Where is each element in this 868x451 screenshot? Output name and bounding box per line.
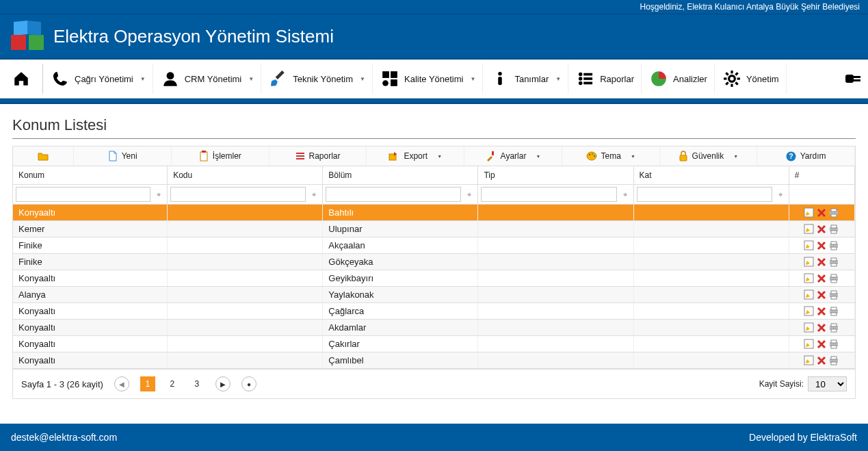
menu-tanimlar[interactable]: Tanımlar ▼: [484, 64, 568, 94]
caret-down-icon: ▼: [248, 76, 254, 82]
edit-icon[interactable]: [804, 224, 815, 234]
tool-tema[interactable]: Tema ▼: [562, 146, 660, 166]
svg-line-19: [735, 82, 737, 84]
col-header-kodu[interactable]: Kodu: [168, 166, 323, 184]
cell-actions: [789, 237, 855, 253]
pager-last[interactable]: ●: [241, 376, 257, 391]
tool-raporlar[interactable]: Raporlar: [269, 146, 367, 166]
svg-rect-63: [804, 307, 813, 315]
edit-icon[interactable]: [804, 322, 815, 333]
menu-analizler[interactable]: Analizler: [643, 64, 715, 94]
delete-icon[interactable]: [817, 274, 826, 283]
col-header-konum[interactable]: Konum: [13, 166, 168, 184]
menu-raporlar[interactable]: Raporlar: [570, 64, 642, 94]
table-row[interactable]: KonyaaltıÇağlarca: [13, 303, 855, 320]
cell-kat: [634, 237, 789, 253]
col-header-kat[interactable]: Kat: [634, 166, 789, 184]
svg-rect-46: [831, 231, 837, 233]
pager-page[interactable]: 3: [189, 376, 205, 391]
funnel-icon[interactable]: ⌖: [775, 190, 786, 199]
filter-kat[interactable]: [637, 187, 772, 202]
table-row[interactable]: KonyaaltıAkdamlar: [13, 320, 855, 336]
funnel-icon[interactable]: ⌖: [308, 190, 319, 199]
delete-icon[interactable]: [817, 307, 826, 316]
brand-header: Elektra Operasyon Yönetim Sistemi: [0, 14, 868, 60]
cell-tip: [478, 270, 633, 286]
menu-label: CRM Yönetimi: [185, 74, 242, 84]
edit-icon[interactable]: [804, 355, 815, 365]
table-row[interactable]: KemerUlupınar: [13, 221, 855, 237]
tool-ayarlar[interactable]: Ayarlar ▼: [464, 146, 562, 166]
print-icon[interactable]: [828, 224, 839, 234]
funnel-icon[interactable]: ⌖: [620, 190, 631, 199]
print-icon[interactable]: [828, 290, 839, 300]
menu-home[interactable]: [5, 64, 43, 94]
table-row[interactable]: FinikeAkçaalan: [13, 237, 855, 254]
filter-actions: [789, 185, 855, 204]
edit-icon[interactable]: [804, 273, 815, 283]
filter-bolum[interactable]: [326, 187, 461, 202]
delete-icon[interactable]: [817, 224, 826, 234]
delete-icon[interactable]: [817, 339, 826, 349]
tool-yeni[interactable]: Yeni: [74, 146, 172, 166]
table-row[interactable]: KonyaaltıBahtılı: [13, 205, 855, 221]
menu-yonetim[interactable]: Yönetim: [716, 64, 787, 94]
menu-label: Yönetim: [746, 74, 779, 84]
footer-email[interactable]: destek@elektra-soft.com: [11, 432, 117, 443]
tool-export[interactable]: Export ▼: [367, 146, 464, 166]
menu-label: Kalite Yönetimi: [404, 74, 463, 84]
edit-icon[interactable]: [804, 207, 815, 218]
table-row[interactable]: KonyaaltıÇamlıbel: [13, 352, 855, 369]
edit-icon[interactable]: [804, 306, 815, 316]
filter-tip[interactable]: [481, 187, 616, 202]
print-icon[interactable]: [828, 339, 839, 349]
col-header-bolum[interactable]: Bölüm: [323, 166, 478, 184]
table-row[interactable]: FinikeGökçeyaka: [13, 254, 855, 270]
menu-plug[interactable]: [838, 64, 863, 94]
filter-konum[interactable]: [16, 187, 150, 202]
print-icon[interactable]: [828, 356, 839, 365]
funnel-icon[interactable]: ⌖: [464, 190, 475, 199]
tool-yardim[interactable]: ? Yardım: [757, 146, 855, 166]
edit-icon[interactable]: [804, 257, 815, 267]
cell-actions: [789, 287, 855, 302]
svg-text:?: ?: [789, 153, 793, 160]
table-row[interactable]: KonyaaltıÇakırlar: [13, 336, 855, 352]
print-icon[interactable]: [828, 274, 839, 283]
table-row[interactable]: AlanyaYaylakonak: [13, 287, 855, 303]
tool-islemler[interactable]: İşlemler: [172, 146, 269, 166]
menu-kalite[interactable]: Kalite Yönetimi ▼: [374, 64, 483, 94]
delete-icon[interactable]: [817, 290, 826, 300]
edit-icon[interactable]: [804, 240, 815, 250]
edit-icon[interactable]: [804, 339, 815, 349]
table-row[interactable]: KonyaaltıGeyikbayırı: [13, 270, 855, 287]
tool-folder[interactable]: [13, 146, 74, 166]
delete-icon[interactable]: [817, 208, 826, 218]
cell-kat: [634, 287, 789, 302]
tool-guvenlik[interactable]: Güvenlik ▼: [660, 146, 758, 166]
delete-icon[interactable]: [817, 323, 826, 333]
filter-kodu[interactable]: [170, 187, 306, 202]
pager-page[interactable]: 1: [140, 376, 155, 391]
print-icon[interactable]: [828, 241, 839, 250]
svg-rect-58: [831, 280, 837, 283]
delete-icon[interactable]: [817, 241, 826, 250]
delete-icon[interactable]: [817, 356, 826, 365]
pager-prev[interactable]: ◀: [114, 376, 129, 391]
menu-teknik[interactable]: Teknik Yönetim ▼: [263, 64, 373, 94]
menu-label: Çağrı Yönetimi: [75, 74, 133, 84]
edit-icon[interactable]: [804, 289, 815, 300]
page-size-select[interactable]: 10: [808, 376, 847, 391]
print-icon[interactable]: [828, 257, 839, 267]
print-icon[interactable]: [828, 208, 839, 218]
pager-next[interactable]: ▶: [215, 376, 231, 391]
print-icon[interactable]: [828, 323, 839, 333]
funnel-icon[interactable]: ⌖: [153, 190, 164, 199]
menu-crm[interactable]: CRM Yönetimi ▼: [155, 64, 261, 94]
col-header-tip[interactable]: Tip: [478, 166, 633, 184]
print-icon[interactable]: [828, 307, 839, 316]
toolbar: Yeni İşlemler Raporlar Export ▼ Ayarlar …: [12, 146, 856, 166]
pager-page[interactable]: 2: [165, 376, 180, 391]
delete-icon[interactable]: [817, 257, 826, 267]
menu-cagri[interactable]: Çağrı Yönetimi ▼: [44, 64, 153, 94]
